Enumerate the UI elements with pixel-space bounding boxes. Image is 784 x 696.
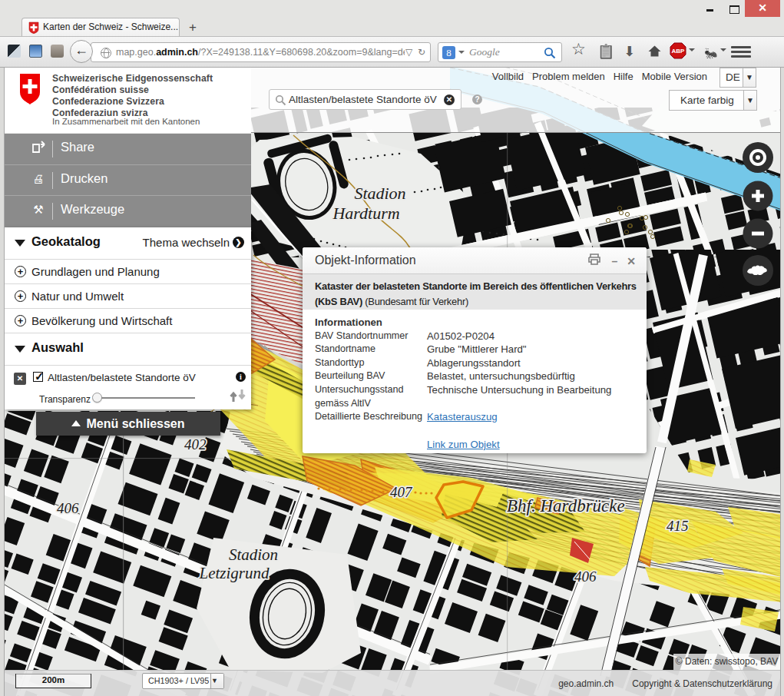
svg-text:402: 402: [184, 436, 207, 452]
svg-text:406: 406: [57, 500, 79, 516]
svg-text:406: 406: [574, 568, 597, 585]
svg-text:Hardturm: Hardturm: [332, 204, 399, 223]
svg-text:Bhf. Hardbrücke: Bhf. Hardbrücke: [507, 496, 625, 515]
svg-text:Letzigrund: Letzigrund: [198, 564, 270, 582]
svg-text:415: 415: [667, 518, 689, 534]
svg-text:ABP: ABP: [672, 48, 686, 55]
svg-text:407: 407: [390, 484, 413, 500]
svg-text:Stadion: Stadion: [354, 184, 405, 203]
svg-text:Stadion: Stadion: [229, 545, 278, 564]
